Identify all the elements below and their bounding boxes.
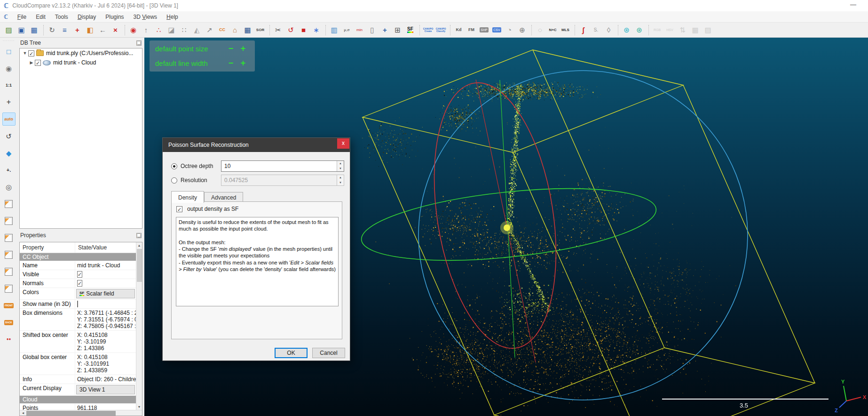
increase-button[interactable]: + (237, 58, 249, 68)
octree-depth-radio[interactable] (171, 163, 177, 169)
view-iso1-button[interactable] (2, 197, 16, 210)
point-pair-registration-button[interactable]: ↗ (204, 24, 215, 36)
shp-export-button[interactable]: SHP (478, 24, 490, 36)
current-display-button[interactable]: 3D View 1 (76, 385, 135, 394)
view-iso2-button[interactable] (2, 214, 16, 227)
masc-train-button[interactable]: ⊛ (621, 24, 632, 36)
minimize-button[interactable]: — (850, 1, 856, 8)
menu-plugins[interactable]: Plugins (101, 12, 128, 22)
properties-list-button[interactable]: ≡ (59, 24, 71, 36)
tree-item[interactable]: ▶✓mid trunk - Cloud (20, 58, 142, 67)
spinbox-arrows[interactable]: ▲▼ (337, 161, 344, 171)
tree-item-label[interactable]: mid trunk - Cloud (53, 59, 96, 66)
resolution-spinbox[interactable]: 0.047525 ▲▼ (221, 175, 344, 186)
cancel-button[interactable]: Cancel (312, 348, 345, 358)
spin-up-icon[interactable]: ▲ (337, 175, 344, 180)
point-list-picking-button[interactable]: ↑ (140, 24, 152, 36)
csv-export-button[interactable]: CSV (491, 24, 503, 36)
canupo-classify-button[interactable]: CANUPO Classify (435, 24, 447, 36)
color-levels-button[interactable]: ⇅ (677, 24, 688, 36)
pcv-button[interactable]: ◌ (534, 24, 546, 36)
visibility-checkbox[interactable]: ✓ (35, 60, 41, 66)
label-points-button[interactable]: ∴ (153, 24, 165, 36)
float-panel-icon[interactable]: ❏ (136, 233, 142, 238)
menu-display[interactable]: Display (73, 12, 101, 22)
color-blend-button[interactable]: ▦ (689, 24, 701, 36)
quadric-fit-button[interactable]: ◊ (603, 24, 615, 36)
open-file-button[interactable]: ▨ (3, 24, 15, 36)
save-all-button[interactable]: ▦ (28, 24, 40, 36)
spline-fit-button[interactable]: S. (590, 24, 602, 36)
scalar-field-button[interactable]: SFScalar field (76, 289, 135, 298)
normals-compute-button[interactable]: N+C (547, 24, 559, 36)
hsv-filter-button[interactable]: HSV (664, 24, 676, 36)
interactive-transform-button[interactable]: ↺ (285, 24, 297, 36)
facets-button[interactable]: FM (466, 24, 477, 36)
add-sf-button[interactable]: + (379, 24, 391, 36)
sor-filter-button[interactable]: SOR (254, 24, 266, 36)
menu-3d-views[interactable]: 3D Views (129, 12, 162, 22)
tree-item[interactable]: ▼✓mid trunk.ply (C:/Users/Professio... (20, 48, 142, 58)
clipping-box-button[interactable]: ■ (298, 24, 309, 36)
view-top-button[interactable] (2, 231, 16, 244)
increase-button[interactable]: + (237, 44, 249, 54)
rotation-gizmo-circle[interactable] (418, 71, 748, 400)
color-convert-button[interactable]: ▨ (702, 24, 714, 36)
tree-item-label[interactable]: mid trunk.ply (C:/Users/Professio... (46, 50, 133, 56)
properties-horizontal-scrollbar[interactable]: ◄ (20, 410, 142, 416)
sample-points-button[interactable]: ⌂ (229, 24, 241, 36)
expander-icon[interactable]: ▶ (28, 60, 35, 65)
menu-help[interactable]: Help (162, 12, 183, 22)
decrease-button[interactable]: − (225, 58, 237, 68)
globe-button[interactable]: ⊕ (516, 24, 528, 36)
histogram-button[interactable]: ▥ (328, 24, 340, 36)
spin-down-icon[interactable]: ▼ (337, 166, 344, 171)
clone-button[interactable]: ◧ (84, 24, 96, 36)
gaussian-fit-button[interactable]: μ,σ (341, 24, 353, 36)
prop-checkbox[interactable] (77, 301, 78, 307)
prop-checkbox[interactable]: ✓ (77, 271, 82, 278)
merge-button[interactable]: + (71, 24, 83, 36)
paint-colors-button[interactable]: ◆ (2, 146, 16, 160)
global-shift-button[interactable]: ↻ (46, 24, 58, 36)
menu-file[interactable]: File (13, 12, 31, 22)
scroll-down-icon[interactable]: ▼ (136, 404, 142, 410)
display-options-button[interactable]: □ (2, 45, 16, 58)
dialog-titlebar[interactable]: Poisson Surface Reconstruction (163, 138, 350, 152)
camera-settings-button[interactable]: ◉ (2, 62, 16, 75)
apply-transformation-button[interactable]: ← (97, 24, 109, 36)
output-density-checkbox[interactable]: ✓ (176, 206, 182, 212)
visibility-checkbox[interactable]: ✓ (28, 50, 34, 56)
kd-tree-button[interactable]: Kd (453, 24, 465, 36)
menu-edit[interactable]: Edit (31, 12, 50, 22)
rotate-view-button[interactable]: ↺ (2, 129, 16, 143)
zoom-1-1-button[interactable]: 1:1 (2, 79, 16, 92)
view-front-button[interactable]: FRONT (2, 299, 16, 312)
cloud-cloud-distance-button[interactable]: ∷ (178, 24, 190, 36)
sf-colorbar-button[interactable]: SF (404, 24, 416, 36)
pie-chart-button[interactable]: ◔ (504, 24, 515, 36)
sf-arithmetic-button[interactable]: ⊞ (392, 24, 403, 36)
masc-classify-button[interactable]: ⊛ (633, 24, 645, 36)
view-right-button[interactable] (2, 265, 16, 278)
mls-smoothing-button[interactable]: MLS (560, 24, 571, 36)
cloud-mesh-distance-button[interactable]: ◭ (191, 24, 203, 36)
sensor-button[interactable]: ∗ (310, 24, 322, 36)
view-bottom-button[interactable] (2, 282, 16, 295)
spin-down-icon[interactable]: ▼ (337, 180, 344, 185)
delete-button[interactable]: × (110, 24, 121, 36)
scroll-up-icon[interactable]: ▲ (136, 242, 142, 248)
view-left-button[interactable] (2, 248, 16, 261)
pivot-point-button[interactable]: +. (2, 163, 16, 176)
resolution-radio[interactable] (171, 177, 177, 184)
zoom-pick-button[interactable]: ◎ (2, 180, 16, 193)
close-icon[interactable]: x (337, 138, 349, 149)
window-titlebar[interactable]: ℂ CloudCompare v2.13.2 (Kharkiv - Jul 6 … (0, 0, 868, 11)
menu-tools[interactable]: Tools (50, 12, 73, 22)
fine-registration-button[interactable]: CC (216, 24, 228, 36)
save-button[interactable]: ▣ (16, 24, 27, 36)
spline-button[interactable]: ∫ (577, 24, 589, 36)
sf-gradient-button[interactable]: min (354, 24, 365, 36)
view-back-button[interactable]: BACK (2, 316, 16, 329)
decrease-button[interactable]: − (225, 44, 237, 54)
